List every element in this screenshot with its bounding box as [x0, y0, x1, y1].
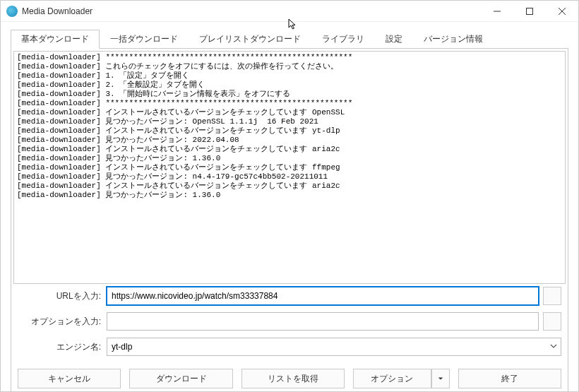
options-button[interactable]: オプション — [353, 369, 431, 388]
form-area: URLを入力: オプションを入力: エンジン名: — [13, 284, 566, 367]
url-input[interactable] — [107, 287, 539, 305]
tab-batch-download[interactable]: 一括ダウンロード — [100, 30, 189, 49]
engine-select[interactable] — [107, 338, 561, 356]
tab-basic-download[interactable]: 基本ダウンロード — [11, 30, 100, 49]
tab-about[interactable]: バージョン情報 — [413, 30, 494, 49]
close-button[interactable] — [546, 1, 578, 21]
window-title: Media Downloader — [22, 6, 92, 16]
app-icon — [6, 6, 18, 17]
get-list-button[interactable]: リストを取得 — [241, 369, 345, 388]
maximize-button[interactable] — [513, 1, 546, 21]
options-label: オプションを入力: — [18, 316, 102, 328]
options-input[interactable] — [107, 312, 539, 331]
options-aux-button[interactable] — [543, 312, 561, 331]
download-button[interactable]: ダウンロード — [129, 369, 232, 388]
engine-label: エンジン名: — [18, 341, 102, 353]
caret-down-icon — [438, 374, 443, 384]
action-button-row: キャンセル ダウンロード リストを取得 オプション 終了 — [13, 369, 566, 392]
window-controls — [481, 1, 578, 21]
exit-button[interactable]: 終了 — [458, 369, 561, 388]
titlebar: Media Downloader — [1, 1, 578, 22]
tab-bar: 基本ダウンロード 一括ダウンロード プレイリストダウンロード ライブラリ 設定 … — [1, 22, 578, 48]
tab-playlist-download[interactable]: プレイリストダウンロード — [189, 30, 311, 49]
url-label: URLを入力: — [18, 290, 102, 302]
minimize-button[interactable] — [481, 1, 513, 21]
tab-page-basic: [media-downloader] *********************… — [11, 48, 568, 392]
options-dropdown-button[interactable] — [431, 369, 450, 388]
svg-rect-1 — [527, 8, 533, 14]
tab-library[interactable]: ライブラリ — [311, 30, 375, 49]
url-aux-button[interactable] — [543, 287, 561, 305]
log-output[interactable]: [media-downloader] *********************… — [13, 51, 566, 284]
cancel-button[interactable]: キャンセル — [18, 369, 121, 388]
tab-configure[interactable]: 設定 — [375, 30, 413, 49]
